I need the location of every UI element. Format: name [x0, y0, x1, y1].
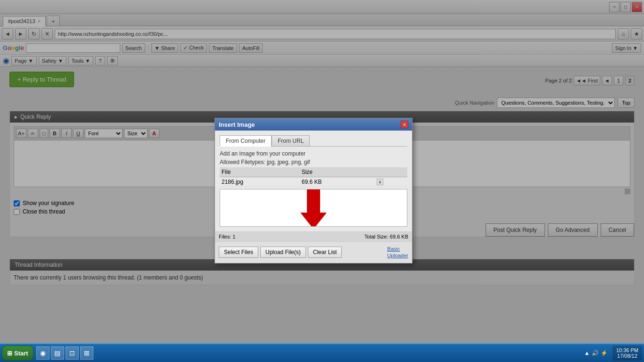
drop-arrow-indicator [300, 189, 327, 227]
ie-taskbar-icon: ◉ [40, 349, 46, 357]
upload-files-button[interactable]: Upload File(s) [260, 247, 306, 258]
modal-title: Insert Image [219, 121, 255, 128]
arrow-body [307, 189, 320, 213]
taskbar-app-icon-4[interactable]: ⊠ [80, 346, 93, 360]
files-count-label: Files: 1 [219, 234, 235, 239]
modal-titlebar: Insert Image × [215, 118, 412, 131]
arrow-head [300, 213, 327, 227]
tab-from-computer[interactable]: From Computer [220, 135, 272, 147]
file-table: File Size 2186.jpg 69.6 KB x [220, 167, 407, 187]
system-tray: ▲ 🔊 ⚡ [581, 350, 611, 356]
select-files-button[interactable]: Select Files [219, 247, 258, 258]
tray-network-icon: ▲ [584, 350, 590, 356]
modal-footer: Files: 1 Total Size: 69.6 KB [215, 231, 412, 241]
total-size-label: Total Size: 69.6 KB [364, 234, 408, 239]
system-clock[interactable]: 10:36 PM 17/08/12 [612, 346, 642, 361]
start-button[interactable]: ⊞ Start [2, 346, 33, 361]
file-drop-area[interactable] [220, 189, 407, 227]
start-label: Start [14, 350, 28, 357]
tray-volume-icon: 🔊 [592, 350, 599, 356]
modal-overlay: Insert Image × From Computer From URL Ad… [0, 0, 644, 343]
file-remove-button[interactable]: x [377, 179, 383, 185]
modal-description-2: Allowed Filetypes: jpg, jpeg, png, gif [220, 159, 407, 165]
taskbar-items: ◉ ▤ ⊡ ⊠ [36, 346, 93, 360]
taskbar: ⊞ Start ◉ ▤ ⊡ ⊠ ▲ 🔊 ⚡ 10:36 PM 17/08/12 [0, 343, 644, 362]
windows-logo-icon: ⊞ [7, 350, 12, 357]
folder-icon: ▤ [54, 349, 60, 357]
taskbar-folder-icon[interactable]: ▤ [51, 346, 64, 360]
tray-battery-icon: ⚡ [601, 350, 608, 356]
clock-time: 10:36 PM [616, 347, 638, 353]
insert-image-modal: Insert Image × From Computer From URL Ad… [215, 118, 413, 263]
remove-col-header [375, 167, 407, 177]
modal-body: From Computer From URL Add an Image from… [215, 131, 412, 231]
tab-from-url[interactable]: From URL [272, 135, 310, 146]
file-size-cell: 69.6 KB [300, 177, 375, 187]
file-row: 2186.jpg 69.6 KB x [220, 177, 407, 187]
clear-list-button[interactable]: Clear List [308, 247, 342, 258]
size-col-header: Size [300, 167, 375, 177]
taskbar-right: ▲ 🔊 ⚡ 10:36 PM 17/08/12 [581, 346, 642, 361]
modal-action-buttons: Select Files Upload File(s) Clear List B… [215, 241, 412, 263]
basic-uploader-link[interactable]: Basic Uploader [387, 246, 408, 258]
app-icon-3: ⊡ [69, 349, 75, 357]
clock-date: 17/08/12 [616, 353, 638, 359]
modal-description-1: Add an Image from your computer [220, 150, 407, 157]
modal-close-button[interactable]: × [401, 121, 408, 128]
file-name-cell: 2186.jpg [220, 177, 300, 187]
taskbar-ie-icon[interactable]: ◉ [36, 346, 50, 360]
modal-tabs: From Computer From URL [220, 135, 407, 147]
file-col-header: File [220, 167, 300, 177]
app-icon-4: ⊠ [84, 349, 90, 357]
taskbar-app-icon-3[interactable]: ⊡ [66, 346, 79, 360]
